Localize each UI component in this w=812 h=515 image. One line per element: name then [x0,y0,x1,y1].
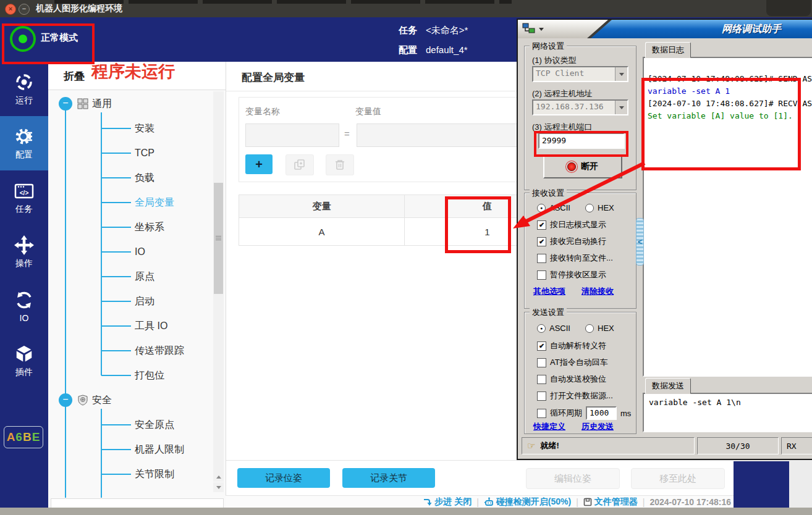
checkbox-icon: ✔ [537,220,546,230]
log-line-recv-header: [2024-07-10 17:48:08.627]# RECV ASCII [648,98,812,110]
minimize-icon[interactable]: − [19,4,30,15]
screen: × − 机器人图形化编程环境 正常模式 任务<未命名>* 配置default_4… [0,0,812,515]
port-input[interactable]: 29999 [538,133,625,149]
tree-group-general[interactable]: − 通用 [59,91,112,116]
sidebar-item-task[interactable]: </> 任务 [0,170,48,225]
send-input-area[interactable]: variable -set A 1\n [643,393,812,432]
status-badge: A6BE [4,426,43,448]
tree-item-home[interactable]: 原点 [135,264,154,289]
file-manager-icon [583,498,592,506]
clear-receive-link[interactable]: 清除接收 [582,286,614,297]
host-select[interactable]: 192.168.37.136 [532,99,628,115]
scroll-down-button[interactable] [213,482,224,492]
recv-autowrap-checkbox[interactable]: ✔ 接收完自动换行 [537,236,606,247]
run-icon [14,72,35,93]
collision-toggle[interactable]: 碰撞检测开启(50%) [484,496,571,508]
send-checksum-checkbox[interactable]: 自动发送校验位 [537,374,606,385]
dropdown-arrow-icon[interactable] [615,67,627,81]
grid-icon [77,98,88,109]
recv-log-mode-checkbox[interactable]: ✔ 按日志模式显示 [537,219,606,230]
send-at-cr-checkbox[interactable]: AT指令自动回车 [537,357,608,368]
tree-item-install[interactable]: 安装 [135,116,154,141]
recv-pause-checkbox[interactable]: 暂停接收区显示 [537,269,606,280]
close-icon[interactable]: × [5,4,16,15]
tree-item-tcp[interactable]: TCP [135,141,154,165]
port-label: (3) 远程主机端口 [532,122,593,133]
shortcut-define-link[interactable]: 快捷定义 [533,421,565,432]
os-titlebar: × − 机器人图形化编程环境 [0,0,812,17]
tree-item-packing[interactable]: 打包位 [135,363,164,388]
collapse-minus-icon[interactable]: − [59,393,72,407]
tab-data-send[interactable]: 数据发送 [645,378,691,394]
netassist-status-rx: RX [781,437,812,454]
delete-variable-button[interactable] [326,154,354,175]
send-cycle-checkbox[interactable]: 循环周期 1000 ms [537,406,631,420]
task-value: <未命名>* [426,25,468,35]
dropdown-arrow-icon[interactable] [615,101,627,114]
scrollbar-thumb[interactable] [214,183,223,294]
other-options-link[interactable]: 其他选项 [533,286,565,297]
tree-item-joint-limits[interactable]: 关节限制 [135,462,174,487]
sidebar-item-operate[interactable]: 操作 [0,225,48,279]
recv-to-file-checkbox[interactable]: 接收转向至文件... [537,253,613,264]
sidebar-item-io[interactable]: IO [0,279,48,333]
tree-item-coords[interactable]: 坐标系 [135,215,164,240]
var-name-input[interactable] [245,124,339,147]
tree-scrollbar[interactable] [213,91,224,472]
cycle-period-input[interactable]: 1000 [586,406,617,420]
send-hex-radio[interactable]: HEX [585,324,614,333]
tree-group-safety[interactable]: − 安全 [59,388,112,412]
step-icon [423,498,432,506]
sidebar-item-plugin[interactable]: 插件 [0,333,48,388]
netassist-status-ready: ☞ 就绪! [522,437,695,454]
tree-item-conveyor[interactable]: 传送带跟踪 [135,338,184,363]
recv-hex-radio[interactable]: HEX [585,203,614,212]
net-assistant-window: 网络调试助手 网络设置 (1) 协议类型 TCP Client (2) 远程主机… [517,19,812,460]
tree-item-startup[interactable]: 启动 [135,289,154,314]
sidebar-item-run[interactable]: 运行 [0,62,48,116]
os-tasklist-strip [54,0,512,4]
move-here-button[interactable]: 移至此处 [631,468,725,489]
send-ascii-radio[interactable]: ● ASCII [537,324,570,333]
send-escape-checkbox[interactable]: ✔ 自动解析转义符 [537,340,606,351]
right-navy-panel [734,461,789,509]
collapse-minus-icon[interactable]: − [59,97,72,111]
edit-pose-button[interactable]: 编辑位姿 [526,468,620,489]
sidebar-item-config[interactable]: 配置 [0,116,48,170]
network-settings-group: 网络设置 (1) 协议类型 TCP Client (2) 远程主机地址 192.… [524,46,636,190]
panel-collapse-handle[interactable]: < [636,218,644,266]
collapse-button[interactable]: 折叠 [64,69,85,83]
send-file-source-checkbox[interactable]: 打开文件数据源... [537,390,613,401]
tree-item-tool-io[interactable]: 工具 IO [135,314,167,338]
connection-status-icon [567,162,576,171]
data-log-area[interactable]: [2024-07-10 17:48:08.625]# SEND ASCII va… [643,57,812,377]
svg-text:</>: </> [20,190,29,196]
tree-item-io[interactable]: IO [135,240,145,264]
netassist-title: 网络调试助手 [722,23,781,36]
record-pose-button[interactable]: 记录位姿 [237,468,330,488]
tab-data-log[interactable]: 数据日志 [645,42,691,58]
checkbox-icon: ✔ [537,341,546,351]
tree-item-global-vars[interactable]: 全局变量 [135,190,174,215]
mode-indicator-icon [10,26,36,52]
record-joint-button[interactable]: 记录关节 [342,468,435,488]
checkbox-icon [537,254,546,263]
datetime-label: 2024-07-10 17:48:16 [649,497,731,507]
step-toggle[interactable]: 步进 关闭 [423,496,472,508]
checkbox-icon [537,375,546,384]
tree-item-payload[interactable]: 负载 [135,165,154,190]
netassist-titlebar[interactable]: 网络调试助手 [518,20,812,38]
disconnect-button[interactable]: 断开 [543,155,622,178]
scroll-up-button[interactable] [213,472,224,482]
recv-ascii-radio[interactable]: ● ASCII [537,203,570,212]
copy-variable-button[interactable] [285,154,314,175]
tree-item-robot-limits[interactable]: 机器人限制 [135,437,184,462]
protocol-select[interactable]: TCP Client [532,66,628,82]
file-manager-button[interactable]: 文件管理器 [583,496,638,508]
history-send-link[interactable]: 历史发送 [582,421,614,432]
tree-item-safe-home[interactable]: 安全原点 [135,412,174,437]
page-title: 配置全局变量 [242,70,305,85]
add-variable-button[interactable]: + [245,154,273,174]
menu-caret-icon[interactable] [539,28,544,31]
checkbox-icon [537,270,546,280]
